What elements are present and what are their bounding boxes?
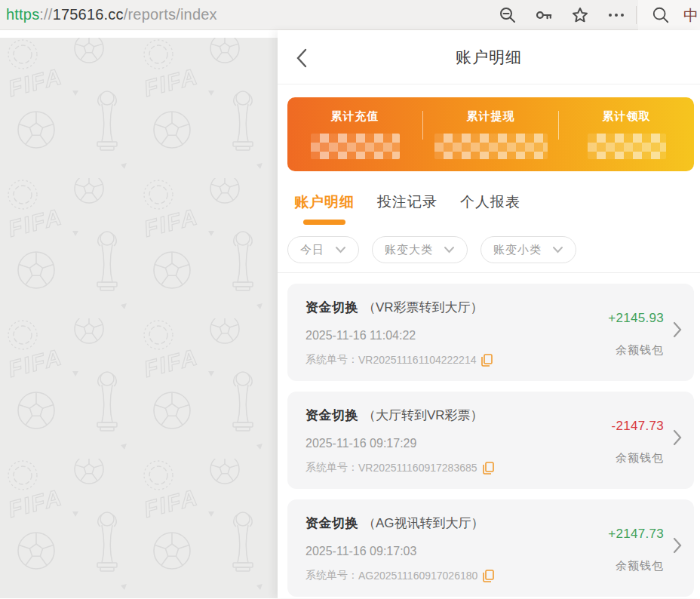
- more-icon[interactable]: [607, 6, 625, 24]
- transaction-detail: （大厅转到VR彩票）: [363, 407, 484, 424]
- transaction-right-column: +2147.73 余额钱包: [608, 527, 664, 573]
- back-button[interactable]: [296, 48, 311, 68]
- transaction-type: 资金切换: [305, 515, 358, 532]
- address-bar[interactable]: https://175616.cc/reports/index: [0, 6, 217, 23]
- summary-total-claim: 累计领取: [559, 109, 694, 171]
- summary-total-deposit: 累计充值: [287, 109, 422, 171]
- section-divider: [278, 272, 700, 273]
- filter-label: 账变小类: [493, 243, 542, 257]
- tab-personal-report[interactable]: 个人报表: [460, 192, 520, 225]
- url-path: /reports/index: [124, 6, 217, 23]
- transaction-detail: （VR彩票转到大厅）: [363, 299, 484, 316]
- order-number: AG202511160917026180: [358, 570, 477, 582]
- url-separator: ://: [39, 6, 52, 23]
- masked-value: [588, 134, 666, 159]
- filter-bar: 今日 账变大类 账变小类: [278, 225, 700, 263]
- transaction-card[interactable]: 资金切换 （大厅转到VR彩票） 2025-11-16 09:17:29 系统单号…: [287, 392, 694, 489]
- transaction-right-column: +2145.93 余额钱包: [608, 311, 664, 358]
- transaction-card[interactable]: 资金切换 （VR彩票转到大厅） 2025-11-16 11:04:22 系统单号…: [287, 284, 694, 381]
- summary-label: 累计充值: [331, 109, 379, 124]
- chevron-right-icon[interactable]: [673, 429, 682, 449]
- browser-search-segment: 中: [638, 0, 700, 30]
- app-panel: 账户明细 累计充值 累计提现 累计领取 账户明细: [278, 30, 700, 598]
- tab-label: 个人报表: [460, 192, 520, 212]
- masked-value: [311, 134, 400, 159]
- tab-label: 账户明细: [294, 192, 355, 212]
- page-body: FIFA: [0, 30, 700, 598]
- copy-icon[interactable]: [481, 354, 493, 367]
- transaction-right-column: -2147.73 余额钱包: [611, 419, 664, 465]
- transaction-card[interactable]: 资金切换 （AG视讯转到大厅） 2025-11-16 09:17:03 系统单号…: [287, 499, 694, 597]
- chevron-right-icon[interactable]: [673, 321, 682, 341]
- url-host: 175616.cc: [53, 6, 124, 23]
- order-number: VR202511161104222214: [358, 354, 476, 366]
- transaction-list: 资金切换 （VR彩票转到大厅） 2025-11-16 11:04:22 系统单号…: [278, 284, 700, 597]
- star-icon[interactable]: [571, 6, 589, 24]
- zoom-out-icon[interactable]: [499, 6, 517, 24]
- app-header: 账户明细: [278, 30, 700, 84]
- copy-icon[interactable]: [483, 570, 494, 582]
- chevron-down-icon: [552, 246, 563, 253]
- chevron-left-icon: [296, 48, 308, 68]
- summary-card: 累计充值 累计提现 累计领取: [287, 97, 694, 171]
- summary-label: 累计领取: [603, 109, 651, 124]
- masked-value: [434, 134, 548, 159]
- page-title: 账户明细: [456, 47, 522, 68]
- pattern-top-strip: [0, 30, 278, 38]
- order-label: 系统单号：: [305, 353, 358, 367]
- browser-bar: https://175616.cc/reports/index: [0, 0, 700, 30]
- transaction-wallet: 余额钱包: [611, 451, 664, 465]
- summary-label: 累计提现: [467, 109, 515, 124]
- transaction-wallet: 余额钱包: [608, 343, 664, 358]
- transaction-type: 资金切换: [305, 407, 358, 424]
- transaction-amount: +2145.93: [608, 311, 664, 326]
- language-button[interactable]: 中: [683, 5, 698, 26]
- filter-date-dropdown[interactable]: 今日: [287, 236, 359, 263]
- filter-major-category-dropdown[interactable]: 账变大类: [372, 236, 468, 263]
- transaction-type: 资金切换: [305, 299, 358, 316]
- order-label: 系统单号：: [305, 461, 358, 475]
- url-scheme: https: [6, 6, 39, 23]
- key-icon[interactable]: [535, 6, 553, 24]
- tab-label: 投注记录: [377, 192, 438, 212]
- transaction-amount: -2147.73: [611, 419, 664, 434]
- chevron-down-icon: [335, 246, 346, 253]
- tab-bar: 账户明细 投注记录 个人报表: [278, 171, 700, 225]
- tab-account-detail[interactable]: 账户明细: [294, 192, 355, 225]
- tab-active-underline: [303, 220, 345, 225]
- copy-icon[interactable]: [483, 462, 494, 475]
- summary-total-withdraw: 累计提现: [423, 109, 558, 171]
- chevron-right-icon[interactable]: [673, 537, 682, 557]
- fifa-pattern-background: FIFA: [0, 30, 278, 598]
- order-number: VR202511160917283685: [358, 462, 477, 474]
- transaction-detail: （AG视讯转到大厅）: [363, 515, 484, 532]
- browser-toolbar-icons: 中: [490, 0, 700, 30]
- toolbar-divider: [636, 6, 637, 24]
- search-icon[interactable]: [652, 6, 670, 24]
- fifa-watermark-svg: FIFA: [0, 38, 278, 598]
- filter-minor-category-dropdown[interactable]: 账变小类: [480, 236, 576, 263]
- order-label: 系统单号：: [305, 569, 358, 582]
- chevron-down-icon: [444, 246, 455, 253]
- filter-label: 今日: [300, 243, 324, 257]
- transaction-amount: +2147.73: [608, 527, 664, 542]
- tab-bet-records[interactable]: 投注记录: [377, 192, 438, 225]
- transaction-wallet: 余额钱包: [608, 559, 664, 573]
- filter-label: 账变大类: [385, 243, 433, 257]
